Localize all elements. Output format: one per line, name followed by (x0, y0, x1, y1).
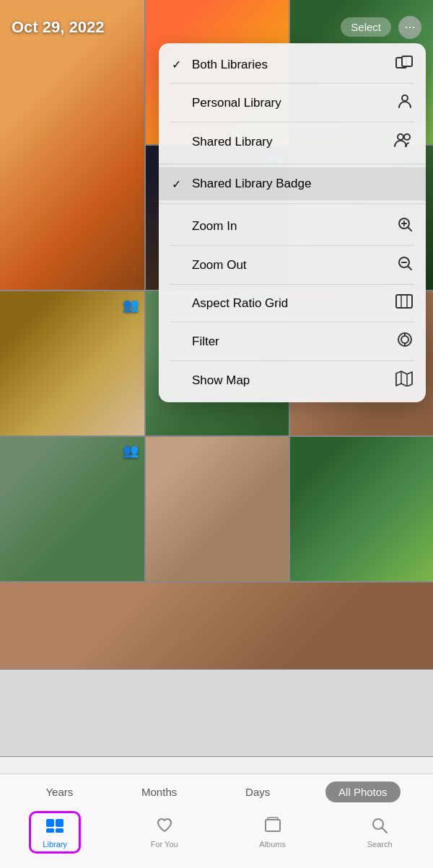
svg-point-4 (404, 134, 410, 140)
show-map-label: Show Map (192, 373, 250, 388)
svg-point-3 (398, 134, 403, 140)
svg-rect-23 (46, 828, 54, 833)
nav-tab-albums[interactable]: Albums (248, 813, 297, 851)
tab-months[interactable]: Months (128, 781, 190, 802)
shared-library-label: Shared Library (192, 135, 273, 149)
menu-item-show-map[interactable]: ✓ Show Map (159, 361, 426, 399)
bottom-tabs: Years Months Days All Photos Library (0, 774, 433, 868)
shared-badge-icon: 👥 (123, 443, 139, 459)
gray-background (0, 670, 433, 756)
nav-tab-search[interactable]: Search (356, 813, 404, 851)
menu-item-aspect-ratio-grid[interactable]: ✓ Aspect Ratio Grid (159, 285, 426, 322)
for-you-label: For You (151, 840, 178, 849)
photo-cell[interactable]: 👥 (0, 437, 144, 581)
header-buttons: Select ··· (341, 16, 421, 39)
photo-cell[interactable] (146, 437, 289, 581)
menu-item-shared-library[interactable]: ✓ Shared Library (159, 123, 426, 161)
checkmark-shared-library-badge: ✓ (172, 177, 186, 191)
view-tabs: Years Months Days All Photos (0, 774, 433, 807)
svg-rect-24 (56, 828, 64, 833)
svg-line-11 (408, 267, 412, 270)
tab-all-photos[interactable]: All Photos (325, 781, 401, 802)
svg-point-16 (401, 336, 408, 343)
filter-label: Filter (192, 335, 219, 349)
svg-line-8 (408, 228, 412, 231)
svg-rect-22 (56, 819, 64, 827)
dropdown-menu: ✓ Both Libraries ✓ Personal Library (159, 43, 426, 402)
select-button[interactable]: Select (341, 17, 391, 37)
albums-icon (263, 816, 282, 838)
photo-cell[interactable] (290, 437, 433, 581)
library-label: Library (43, 840, 67, 849)
svg-rect-25 (266, 820, 280, 831)
menu-section-view: ✓ Zoom In ✓ Zoom Out (159, 204, 426, 402)
svg-rect-26 (268, 818, 278, 820)
photo-cell[interactable] (0, 583, 433, 669)
menu-item-shared-library-badge[interactable]: ✓ Shared Library Badge (159, 167, 426, 200)
aspect-ratio-grid-label: Aspect Ratio Grid (192, 296, 288, 311)
more-button[interactable]: ··· (398, 16, 421, 39)
tab-years[interactable]: Years (32, 781, 86, 802)
nav-tabs: Library For You Albums (0, 807, 433, 868)
menu-item-zoom-in[interactable]: ✓ Zoom In (159, 207, 426, 245)
menu-item-both-libraries[interactable]: ✓ Both Libraries (159, 46, 426, 83)
menu-section-badge: ✓ Shared Library Badge (159, 164, 426, 203)
show-map-icon (395, 371, 413, 390)
zoom-in-label: Zoom In (192, 219, 237, 234)
header-date: Oct 29, 2022 (12, 18, 104, 37)
menu-item-personal-library[interactable]: ✓ Personal Library (159, 84, 426, 122)
svg-rect-12 (396, 295, 412, 308)
svg-point-2 (402, 95, 408, 101)
personal-library-icon (397, 93, 413, 112)
checkmark-both-libraries: ✓ (172, 58, 186, 71)
shared-library-icon (394, 132, 413, 151)
menu-section-library: ✓ Both Libraries ✓ Personal Library (159, 43, 426, 164)
tab-days[interactable]: Days (232, 781, 283, 802)
svg-line-28 (382, 828, 388, 833)
menu-item-filter[interactable]: ✓ Filter (159, 322, 426, 360)
zoom-out-label: Zoom Out (192, 258, 247, 273)
both-libraries-icon (395, 56, 413, 74)
menu-item-zoom-out[interactable]: ✓ Zoom Out (159, 246, 426, 284)
for-you-icon (155, 816, 174, 838)
shared-badge-icon: 👥 (123, 297, 139, 313)
shared-library-badge-label: Shared Library Badge (192, 177, 311, 191)
albums-label: Albums (259, 840, 286, 849)
photo-cell[interactable]: 👥 (0, 291, 144, 435)
search-label: Search (367, 840, 393, 849)
more-icon: ··· (404, 19, 415, 35)
both-libraries-label: Both Libraries (192, 58, 268, 72)
svg-rect-1 (402, 56, 412, 66)
library-icon (45, 816, 64, 838)
nav-tab-library[interactable]: Library (29, 811, 81, 854)
svg-rect-21 (46, 819, 54, 827)
search-icon (370, 816, 389, 838)
nav-tab-for-you[interactable]: For You (139, 813, 190, 851)
zoom-out-icon (397, 255, 413, 275)
personal-library-label: Personal Library (192, 96, 281, 110)
aspect-ratio-icon (395, 294, 413, 312)
filter-icon (397, 332, 413, 351)
zoom-in-icon (397, 216, 413, 236)
